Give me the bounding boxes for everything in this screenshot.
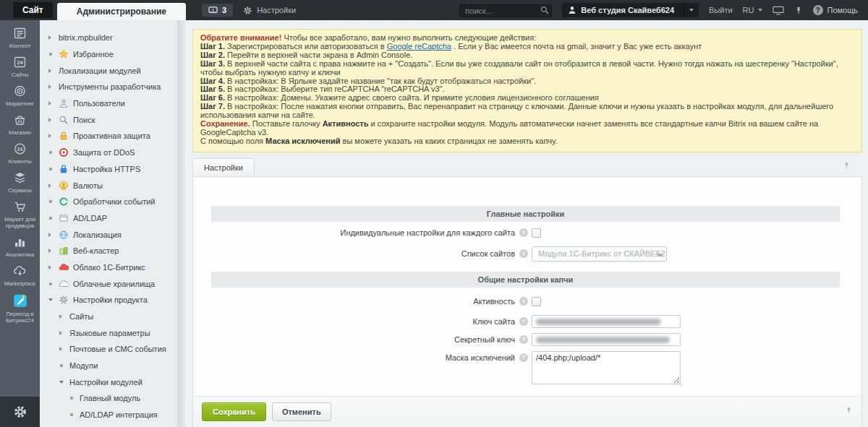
leaf-marker-icon <box>48 168 54 171</box>
pin-topbar-button[interactable] <box>794 6 803 15</box>
sidebar-item-label: Почтовые и СМС события <box>69 345 166 353</box>
form-row-site-list: Список сайтов ? Модули 1С-Битрикс от СКА… <box>211 246 840 262</box>
question-icon: ? <box>813 5 823 15</box>
expand-arrow-icon <box>48 184 54 188</box>
lock-icon <box>59 131 69 141</box>
user-icon <box>568 6 576 14</box>
sidebar-item-localization[interactable]: Локализация <box>40 226 177 243</box>
rail-item-bitrix24[interactable]: Переход в Битрикс24 <box>0 293 40 324</box>
save-button[interactable]: Сохранить <box>202 402 266 421</box>
icon-rail: Контент 24 Сайты Маркетинг Магазин 24 Кл… <box>0 20 40 427</box>
rail-item-seller-market[interactable]: Маркет для продавцов <box>0 199 40 229</box>
rail-item-clients[interactable]: 24 Клиенты <box>0 142 40 165</box>
expand-arrow-icon <box>48 134 54 138</box>
sidebar-item-module-localizations[interactable]: Локализации модулей <box>40 62 177 79</box>
notice-line: Шаг 7. В настройках: После нажатия кнопк… <box>200 103 854 120</box>
per-site-checkbox[interactable] <box>532 228 541 238</box>
google-recaptcha-link[interactable]: Google reCaptcha <box>387 42 451 51</box>
sidebar-item-adldap[interactable]: AD/LDAP <box>40 210 177 227</box>
sidebar-item-label: AD/LDAP интеграция <box>80 410 158 419</box>
sidebar-item-event-handlers[interactable]: Обработчики событий <box>40 194 177 210</box>
topbar: Сайт Администрирование 3 Настройки Веб с… <box>0 0 868 20</box>
tab-site[interactable]: Сайт <box>13 2 53 18</box>
pin-settings-button[interactable] <box>843 160 851 173</box>
sidebar-item-label: Валюты <box>73 181 103 190</box>
document-icon <box>12 26 27 40</box>
form-row-secret-key: Секретный ключ ? <box>211 333 840 346</box>
exclusion-mask-textarea[interactable]: /404.php;/upload/* <box>532 351 681 384</box>
help-icon[interactable]: ? <box>519 297 528 306</box>
rail-item-shop[interactable]: Магазин <box>0 113 40 136</box>
expand-arrow-icon <box>48 101 54 105</box>
help-icon[interactable]: ? <box>519 228 528 237</box>
sidebar-item-module-settings[interactable]: Настройки модулей <box>40 374 177 390</box>
pin-footer-button[interactable] <box>845 405 853 418</box>
rail-item-marketplace[interactable]: Marketplace <box>0 264 40 287</box>
sidebar-item-mail-sms-events[interactable]: Почтовые и СМС события <box>40 341 177 358</box>
rail-item-marketing[interactable]: Маркетинг <box>0 84 40 107</box>
sidebar-item-label: Обработчики событий <box>73 197 155 206</box>
sidebar-item-label: Защита от DDoS <box>73 148 135 157</box>
leaf-marker-icon <box>48 282 54 285</box>
svg-text:24: 24 <box>17 59 23 66</box>
sidebar-item-bitrix-cloud[interactable]: Облако 1С-Битрикс <box>40 259 177 276</box>
tab-administration[interactable]: Администрирование <box>57 3 186 20</box>
pin-icon <box>845 405 853 415</box>
logout-link[interactable]: Выйти <box>709 6 733 14</box>
sidebar-item-cloud-storage[interactable]: Облачные хранилища <box>40 275 177 292</box>
sidebar-item-proactive-protection[interactable]: Проактивная защита <box>40 128 177 145</box>
sidebar-resize-handle[interactable] <box>177 20 185 427</box>
sidebar-item-main-module[interactable]: Главный модуль <box>40 390 177 407</box>
sidebar-item-language-params[interactable]: Языковые параметры <box>40 324 177 341</box>
help-icon[interactable]: ? <box>519 317 528 326</box>
sidebar-item-mpbuilder[interactable]: bitrix.mpbuilder <box>40 30 177 46</box>
user-menu-caret[interactable] <box>684 3 699 17</box>
help-icon[interactable]: ? <box>519 249 528 258</box>
site-list-select[interactable]: Модули 1С-Битрикс от СКАЙВЕБ24 <box>532 246 667 262</box>
secret-key-input[interactable] <box>532 333 681 346</box>
rail-item-label: Маркетинг <box>6 100 34 107</box>
blurred-value <box>536 337 670 343</box>
site-list-selected-option: Модули 1С-Битрикс от СКАЙВЕБ24 <box>538 249 667 258</box>
gear-icon <box>243 6 252 15</box>
help-icon[interactable]: ? <box>519 353 528 362</box>
sidebar-item-web-cluster[interactable]: Веб-кластер <box>40 243 177 259</box>
sidebar-item-adldap-integration[interactable]: AD/LDAP интеграция <box>40 407 177 423</box>
notifications-button[interactable]: 3 <box>202 4 233 17</box>
notice-strong: Шаг 7. <box>200 102 225 111</box>
rail-settings-button[interactable] <box>0 397 40 427</box>
layers-icon <box>12 171 27 185</box>
sidebar-item-users[interactable]: Пользователи <box>40 95 177 112</box>
section-header-main: Главные настройки <box>211 206 840 222</box>
site-key-input[interactable] <box>532 315 681 328</box>
sidebar-item-search[interactable]: Поиск <box>40 111 177 128</box>
help-icon[interactable]: ? <box>519 335 528 344</box>
desktop-view-button[interactable] <box>773 6 784 15</box>
sidebar-item-https-settings[interactable]: Настройка HTTPS <box>40 161 177 178</box>
notice-line: С помощью поля Маска исключений вы может… <box>200 137 854 146</box>
sidebar-item-sites[interactable]: Сайты <box>40 309 177 325</box>
globe-icon <box>59 230 69 240</box>
sidebar-item-dev-tools[interactable]: Инструменты разработчика <box>40 79 177 95</box>
expand-arrow-icon <box>48 249 54 253</box>
pin-icon <box>843 160 851 171</box>
field-label: Индивидуальные настройки для каждого сай… <box>211 228 515 237</box>
sidebar-item-favorites[interactable]: Избранное <box>40 46 177 63</box>
search-input[interactable] <box>459 4 552 17</box>
rail-item-sites[interactable]: 24 Сайты <box>0 55 40 78</box>
sidebar-item-currencies[interactable]: Валюты <box>40 177 177 194</box>
monitor-icon <box>773 6 784 15</box>
sidebar-item-ddos-protection[interactable]: Защита от DDoS <box>40 145 177 161</box>
cancel-button[interactable]: Отменить <box>272 402 331 421</box>
tab-settings[interactable]: Настройки <box>192 158 255 177</box>
help-button[interactable]: ? Помощь <box>813 5 859 15</box>
active-checkbox[interactable] <box>532 297 541 306</box>
topbar-settings-button[interactable]: Настройки <box>243 6 296 15</box>
rail-item-services[interactable]: Сервисы <box>0 171 40 194</box>
language-selector[interactable]: RU <box>743 6 762 14</box>
sidebar-item-modules[interactable]: Модули <box>40 358 177 374</box>
rail-item-content[interactable]: Контент <box>0 26 40 49</box>
user-menu[interactable]: Веб студия Скайвеб624 <box>562 3 699 17</box>
sidebar-item-product-settings[interactable]: Настройки продукта <box>40 292 177 309</box>
rail-item-analytics[interactable]: Аналитика <box>0 235 40 258</box>
